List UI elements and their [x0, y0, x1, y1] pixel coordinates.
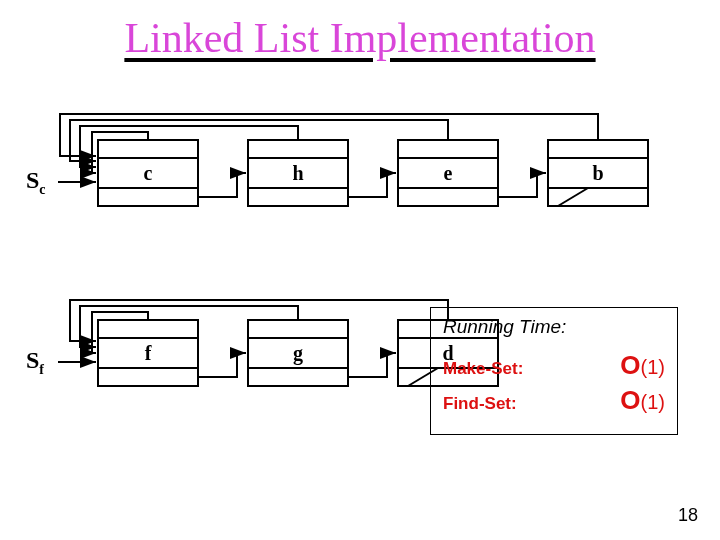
node-b: b [548, 140, 648, 206]
slide-title: Linked List Implementation [0, 0, 720, 62]
node-f: f [98, 320, 198, 386]
svg-rect-10 [398, 188, 498, 206]
running-time-header: Running Time: [443, 316, 665, 338]
svg-rect-19 [98, 368, 198, 386]
svg-rect-8 [398, 140, 498, 158]
svg-rect-12 [548, 140, 648, 158]
svg-rect-4 [248, 140, 348, 158]
next-c-h [198, 173, 246, 197]
running-time-row: Find-Set: O(1) [443, 385, 665, 416]
svg-rect-23 [248, 368, 348, 386]
svg-text:e: e [444, 162, 453, 184]
svg-text:g: g [293, 342, 303, 365]
svg-text:h: h [292, 162, 303, 184]
set-sc-label: Sc [26, 167, 46, 197]
rt-make-set-label: Make-Set: [443, 359, 523, 379]
rt-make-set-value: O(1) [620, 350, 665, 381]
svg-rect-2 [98, 188, 198, 206]
running-time-panel: Running Time: Make-Set: O(1) Find-Set: O… [430, 307, 678, 435]
node-h: h [248, 140, 348, 206]
svg-text:f: f [145, 342, 152, 364]
rt-find-set-label: Find-Set: [443, 394, 517, 414]
next-e-b [498, 173, 546, 197]
node-e: e [398, 140, 498, 206]
running-time-row: Make-Set: O(1) [443, 350, 665, 381]
svg-text:c: c [144, 162, 153, 184]
rt-find-set-value: O(1) [620, 385, 665, 416]
next-f-g [198, 353, 246, 377]
node-c: c [98, 140, 198, 206]
svg-rect-17 [98, 320, 198, 338]
svg-rect-0 [98, 140, 198, 158]
svg-text:b: b [592, 162, 603, 184]
node-g: g [248, 320, 348, 386]
set-sf-label: Sf [26, 347, 44, 377]
next-g-d [348, 353, 396, 377]
page-number: 18 [678, 505, 698, 526]
svg-rect-21 [248, 320, 348, 338]
svg-rect-6 [248, 188, 348, 206]
next-h-e [348, 173, 396, 197]
